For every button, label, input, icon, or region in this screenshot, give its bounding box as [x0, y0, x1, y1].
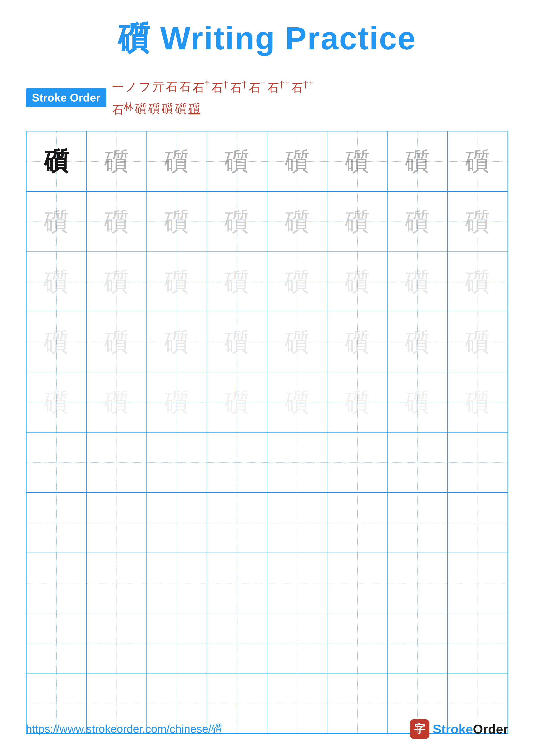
- stroke-order-badge: Stroke Order: [26, 88, 106, 107]
- grid-cell[interactable]: 礩: [327, 372, 387, 432]
- grid-cell-empty[interactable]: [207, 493, 267, 553]
- footer-logo: 字 StrokeOrder: [410, 719, 508, 739]
- grid-cell[interactable]: 礩: [327, 312, 387, 372]
- grid-cell-empty[interactable]: [447, 613, 508, 673]
- grid-cell-empty[interactable]: [327, 493, 387, 553]
- grid-cell[interactable]: 礩: [447, 252, 508, 312]
- grid-cell[interactable]: 礩: [87, 131, 146, 191]
- grid-cell[interactable]: 礩: [267, 131, 327, 191]
- grid-cell-empty[interactable]: [26, 432, 87, 493]
- grid-cell-empty[interactable]: [26, 553, 87, 613]
- strokeorder-icon: 字: [410, 719, 429, 739]
- grid-cell-empty[interactable]: [87, 493, 146, 553]
- grid-cell-empty[interactable]: [387, 553, 447, 613]
- grid-cell[interactable]: 礩: [26, 252, 87, 312]
- grid-cell[interactable]: 礩: [387, 372, 447, 432]
- footer: https://www.strokeorder.com/chinese/礩 字 …: [26, 719, 508, 739]
- grid-cell[interactable]: 礩: [447, 372, 508, 432]
- grid-cell[interactable]: 礩: [267, 312, 327, 372]
- footer-logo-text: StrokeOrder: [433, 722, 508, 737]
- grid-cell[interactable]: 礩: [147, 372, 207, 432]
- grid-cell[interactable]: 礩: [147, 252, 207, 312]
- grid-cell-empty[interactable]: [147, 432, 207, 493]
- grid-cell-empty[interactable]: [87, 432, 146, 493]
- grid-cell[interactable]: 礩: [327, 192, 387, 252]
- grid-cell[interactable]: 礩: [267, 252, 327, 312]
- title-text: Writing Practice: [160, 20, 416, 56]
- grid-cell[interactable]: 礩: [447, 312, 508, 372]
- practice-grid: 礩 礩 礩 礩 礩 礩 礩 礩 礩 礩 礩 礩 礩 礩 礩 礩 礩 礩 礩 礩 …: [26, 131, 508, 734]
- grid-cell-empty[interactable]: [26, 493, 87, 553]
- grid-cell[interactable]: 礩: [267, 372, 327, 432]
- grid-cell[interactable]: 礩: [207, 192, 267, 252]
- grid-cell-empty[interactable]: [147, 613, 207, 673]
- grid-cell-empty[interactable]: [267, 493, 327, 553]
- grid-cell-empty[interactable]: [387, 613, 447, 673]
- grid-cell[interactable]: 礩: [387, 312, 447, 372]
- grid-cell-empty[interactable]: [267, 432, 327, 493]
- grid-cell-empty[interactable]: [87, 613, 146, 673]
- grid-cell[interactable]: 礩: [26, 372, 87, 432]
- grid-cell-empty[interactable]: [267, 553, 327, 613]
- grid-cell-empty[interactable]: [447, 553, 508, 613]
- grid-cell-empty[interactable]: [207, 553, 267, 613]
- grid-cell[interactable]: 礩: [327, 252, 387, 312]
- title-char: 礩: [118, 20, 151, 56]
- grid-cell[interactable]: 礩: [207, 252, 267, 312]
- grid-cell[interactable]: 礩: [87, 192, 146, 252]
- footer-url[interactable]: https://www.strokeorder.com/chinese/礩: [26, 721, 222, 737]
- grid-cell[interactable]: 礩: [387, 192, 447, 252]
- grid-cell[interactable]: 礩: [87, 312, 146, 372]
- char-reference: 礩: [44, 149, 69, 174]
- grid-cell-empty[interactable]: [26, 613, 87, 673]
- grid-cell[interactable]: 礩: [327, 131, 387, 191]
- page-title: 礩 Writing Practice: [26, 17, 508, 60]
- grid-cell-empty[interactable]: [87, 553, 146, 613]
- grid-cell-empty[interactable]: [267, 613, 327, 673]
- grid-cell-empty[interactable]: [147, 553, 207, 613]
- grid-cell[interactable]: 礩: [147, 192, 207, 252]
- grid-cell[interactable]: 礩: [447, 192, 508, 252]
- grid-cell[interactable]: 礩: [26, 192, 87, 252]
- page: 礩 Writing Practice Stroke Order 一 ノ フ 亓 …: [0, 0, 534, 756]
- grid-cell-empty[interactable]: [447, 493, 508, 553]
- grid-cell-empty[interactable]: [387, 493, 447, 553]
- grid-cell-empty[interactable]: [207, 613, 267, 673]
- grid-cell[interactable]: 礩: [207, 312, 267, 372]
- grid-cell-empty[interactable]: [327, 553, 387, 613]
- grid-cell-empty[interactable]: [447, 432, 508, 493]
- grid-cell-empty[interactable]: [327, 613, 387, 673]
- grid-cell[interactable]: 礩: [387, 252, 447, 312]
- grid-cell-empty[interactable]: [387, 432, 447, 493]
- grid-cell[interactable]: 礩: [267, 192, 327, 252]
- stroke-sequence: 一 ノ フ 亓 石 石 石† 石† 石† 石⁻ 石†⁺ 石†⁺ 石林 礩 礩 礩…: [112, 78, 405, 118]
- grid-cell[interactable]: 礩: [87, 372, 146, 432]
- grid-cell[interactable]: 礩: [147, 131, 207, 191]
- grid-cell-ref[interactable]: 礩: [26, 131, 87, 191]
- stroke-order-section: Stroke Order 一 ノ フ 亓 石 石 石† 石† 石† 石⁻ 石†⁺…: [26, 78, 508, 118]
- grid-cell-empty[interactable]: [147, 493, 207, 553]
- grid-cell[interactable]: 礩: [207, 372, 267, 432]
- grid-cell[interactable]: 礩: [387, 131, 447, 191]
- grid-cell[interactable]: 礩: [447, 131, 508, 191]
- grid-cell-empty[interactable]: [327, 432, 387, 493]
- grid-cell[interactable]: 礩: [147, 312, 207, 372]
- grid-cell[interactable]: 礩: [87, 252, 146, 312]
- grid-cell[interactable]: 礩: [26, 312, 87, 372]
- grid-cell-empty[interactable]: [207, 432, 267, 493]
- grid-cell[interactable]: 礩: [207, 131, 267, 191]
